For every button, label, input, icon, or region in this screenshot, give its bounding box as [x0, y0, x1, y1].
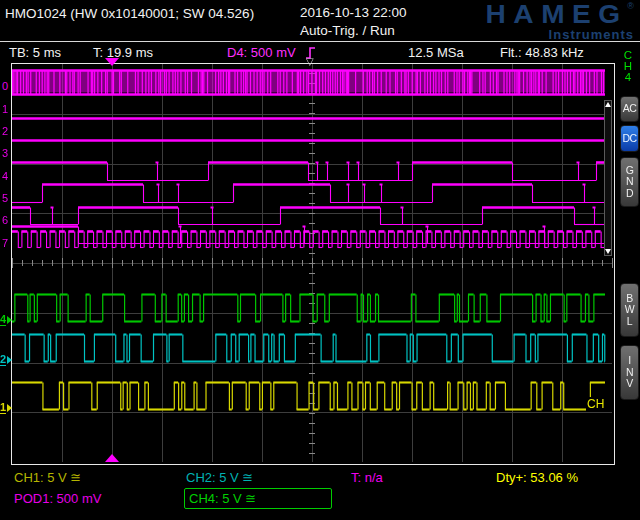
- pod-channel-label-d5: 5: [2, 192, 11, 204]
- hameg-logo: HAMEG® Instruments: [496, 1, 634, 41]
- channel-marker-number: 2: [0, 353, 6, 366]
- ch2-scale-readout: CH2: 5 V ≅: [186, 470, 253, 485]
- duty-cycle-readout: Dty+: 53.06 %: [496, 470, 578, 485]
- channel-marker-arrow-icon: [7, 356, 12, 364]
- sample-rate-readout: 12.5 MSa: [408, 45, 464, 60]
- device-title: HMO1024 (HW 0x10140001; SW 04.526): [5, 6, 254, 21]
- coupling-ac-button[interactable]: AC: [620, 96, 639, 122]
- time-reference-marker: ▽: [306, 56, 314, 67]
- pod-channel-label-d1: 1: [2, 103, 11, 115]
- ch1-scale-readout: CH1: 5 V ≅: [14, 470, 81, 485]
- datetime-readout: 2016-10-13 22:00: [300, 5, 407, 20]
- coupling-dc-button[interactable]: DC: [620, 125, 639, 152]
- brand-name: HAMEG: [485, 1, 627, 27]
- invert-button[interactable]: I N V: [620, 345, 639, 400]
- sidebar-channel-label: C H 4: [621, 50, 635, 83]
- trigger-position-marker-top[interactable]: [105, 58, 119, 66]
- brand-subtitle: Instruments: [496, 28, 634, 41]
- header-divider: [0, 41, 640, 42]
- pod-channel-label-d2: 2: [2, 125, 11, 137]
- scroll-up-icon[interactable]: [605, 102, 611, 107]
- channel-marker-arrow-icon: [7, 316, 12, 324]
- ch4-scale-readout: CH4: 5 V ≅: [189, 491, 256, 506]
- coupling-gnd-button[interactable]: G N D: [620, 157, 639, 207]
- pod-scrollbar[interactable]: [604, 100, 612, 256]
- time-position-readout: T: 19.9 ms: [93, 45, 153, 60]
- scroll-down-icon[interactable]: [605, 249, 611, 254]
- pod-channel-label-d7: 7: [2, 237, 11, 249]
- pod-channel-label-d0: 0: [2, 80, 11, 92]
- channel-marker-arrow-icon: [7, 404, 12, 412]
- pod1-scale-readout: POD1: 500 mV: [14, 491, 101, 506]
- pod-channel-label-d6: 6: [2, 214, 11, 226]
- channel-marker-number: 1: [0, 401, 6, 414]
- pod-channel-label-d3: 3: [2, 147, 11, 159]
- channel-marker-number: 4: [0, 313, 6, 326]
- pod-channel-label-d4: 4: [2, 170, 11, 182]
- filter-readout: Flt.: 48.83 kHz: [500, 45, 584, 60]
- trigger-frequency-readout: T: n/a: [351, 470, 383, 485]
- registered-mark: ®: [627, 1, 634, 11]
- channel-marker-ch1[interactable]: 1: [0, 401, 12, 414]
- trigger-position-marker-bottom[interactable]: [105, 454, 119, 462]
- waveform-display: [12, 64, 613, 462]
- trigger-source-readout: D4: 500 mV: [227, 45, 296, 60]
- bandwidth-limit-button[interactable]: B W L: [620, 283, 639, 337]
- oscilloscope-screen: HMO1024 (HW 0x10140001; SW 04.526) 2016-…: [0, 0, 640, 520]
- channel-overlay-label: CH: [586, 397, 605, 411]
- trigger-status: Auto-Trig. / Run: [300, 23, 395, 38]
- channel-marker-ch2[interactable]: 2: [0, 353, 12, 366]
- timebase-readout: TB: 5 ms: [9, 45, 61, 60]
- channel-marker-ch4[interactable]: 4: [0, 313, 12, 326]
